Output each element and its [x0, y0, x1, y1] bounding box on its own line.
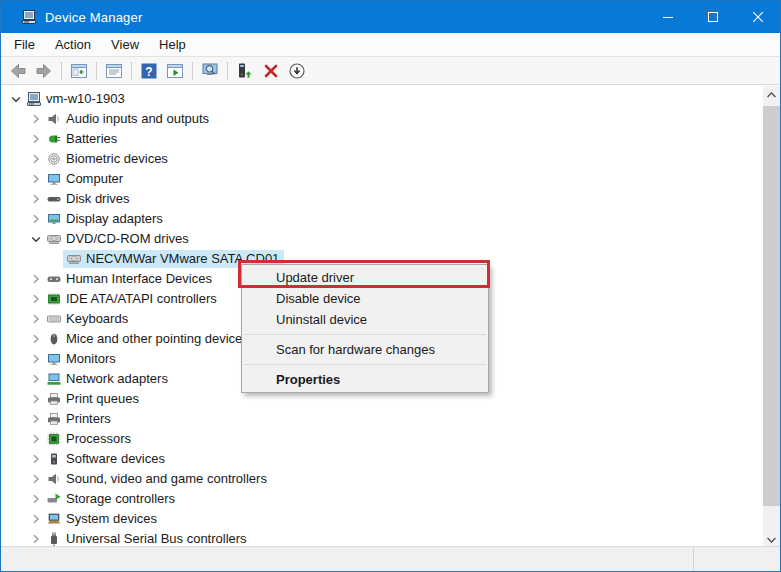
- tree-item-label: System devices: [65, 510, 160, 528]
- processor-icon: [45, 431, 62, 447]
- forward-button[interactable]: [32, 59, 56, 83]
- tree-item-label: Batteries: [65, 130, 120, 148]
- network-icon: [45, 371, 62, 387]
- chevron-right-icon[interactable]: [27, 271, 45, 287]
- chevron-right-icon[interactable]: [27, 331, 45, 347]
- mouse-icon: [45, 331, 62, 347]
- computer-icon: [25, 91, 42, 107]
- tree-item-label: Display adapters: [65, 210, 166, 228]
- storage-icon: [45, 491, 62, 507]
- status-pane-right: [694, 547, 780, 571]
- toolbar: ?: [1, 57, 780, 85]
- context-menu-item-uninstall-device[interactable]: Uninstall device: [242, 309, 488, 330]
- chevron-right-icon[interactable]: [27, 111, 45, 127]
- toolbar-separator: [192, 62, 193, 80]
- scan-hardware-changes-button[interactable]: [198, 59, 222, 83]
- chevron-right-icon[interactable]: [27, 391, 45, 407]
- chevron-down-icon[interactable]: [7, 91, 25, 107]
- menu-file[interactable]: File: [1, 33, 45, 56]
- software-icon: [45, 451, 62, 467]
- tree-item-label: Processors: [65, 430, 134, 448]
- context-menu-separator: [244, 364, 486, 365]
- cd-icon: [45, 231, 62, 247]
- uninstall-device-button[interactable]: [259, 59, 283, 83]
- minimize-button[interactable]: [645, 1, 690, 33]
- tree-item-storage-controllers[interactable]: Storage controllers: [1, 489, 763, 509]
- vertical-scrollbar[interactable]: [763, 86, 780, 548]
- toolbar-separator: [61, 62, 62, 80]
- tree-item-label: Storage controllers: [65, 490, 178, 508]
- tree-item-audio-inputs-and-outputs[interactable]: Audio inputs and outputs: [1, 109, 763, 129]
- update-driver-button[interactable]: [233, 59, 257, 83]
- fingerprint-icon: [45, 151, 62, 167]
- chevron-right-icon[interactable]: [27, 451, 45, 467]
- toolbar-separator: [96, 62, 97, 80]
- properties-button[interactable]: [102, 59, 126, 83]
- tree-item-processors[interactable]: Processors: [1, 429, 763, 449]
- tree-item-software-devices[interactable]: Software devices: [1, 449, 763, 469]
- usb-icon: [45, 531, 62, 547]
- toolbar-separator: [227, 62, 228, 80]
- action-pane-button[interactable]: [163, 59, 187, 83]
- tree-item-sound-video-and-game-controllers[interactable]: Sound, video and game controllers: [1, 469, 763, 489]
- tree-item-label: DVD/CD-ROM drives: [65, 230, 192, 248]
- chevron-down-icon[interactable]: [27, 231, 45, 247]
- chevron-right-icon[interactable]: [27, 151, 45, 167]
- chevron-right-icon[interactable]: [27, 351, 45, 367]
- chevron-right-icon[interactable]: [27, 311, 45, 327]
- toolbar-separator: [131, 62, 132, 80]
- disable-device-button[interactable]: [285, 59, 309, 83]
- chevron-right-icon[interactable]: [27, 491, 45, 507]
- keyboard-icon: [45, 311, 62, 327]
- context-menu-item-update-driver[interactable]: Update driver: [242, 267, 488, 288]
- context-menu-item-properties[interactable]: Properties: [242, 369, 488, 390]
- chevron-right-icon[interactable]: [27, 171, 45, 187]
- battery-icon: [45, 131, 62, 147]
- back-button[interactable]: [6, 59, 30, 83]
- window-controls: [645, 1, 780, 33]
- device-manager-icon: [21, 9, 37, 25]
- tree-item-printers[interactable]: Printers: [1, 409, 763, 429]
- tree-item-label: Audio inputs and outputs: [65, 110, 212, 128]
- context-menu-item-scan-for-hardware-changes[interactable]: Scan for hardware changes: [242, 339, 488, 360]
- tree-item-system-devices[interactable]: System devices: [1, 509, 763, 529]
- tree-item-computer[interactable]: Computer: [1, 169, 763, 189]
- tree-item-label: vm-w10-1903: [45, 90, 128, 108]
- status-bar: [1, 546, 780, 571]
- chevron-right-icon[interactable]: [27, 191, 45, 207]
- display-icon: [45, 211, 62, 227]
- menu-action[interactable]: Action: [45, 33, 101, 56]
- context-menu-separator: [244, 334, 486, 335]
- tree-item-label: Mice and other pointing devices: [65, 330, 252, 348]
- menu-bar: File Action View Help: [1, 33, 780, 57]
- scrollbar-thumb[interactable]: [763, 106, 780, 506]
- chevron-right-icon[interactable]: [27, 471, 45, 487]
- chevron-right-icon[interactable]: [27, 431, 45, 447]
- tree-item-display-adapters[interactable]: Display adapters: [1, 209, 763, 229]
- scroll-up-button[interactable]: [763, 86, 780, 103]
- tree-item-batteries[interactable]: Batteries: [1, 129, 763, 149]
- tree-item-label: Human Interface Devices: [65, 270, 215, 288]
- show-console-tree-button[interactable]: [67, 59, 91, 83]
- context-menu: Update driverDisable deviceUninstall dev…: [241, 264, 489, 393]
- disk-icon: [45, 191, 62, 207]
- tree-item-vm-w10-1903[interactable]: vm-w10-1903: [1, 89, 763, 109]
- maximize-button[interactable]: [690, 1, 735, 33]
- chevron-right-icon[interactable]: [27, 291, 45, 307]
- chevron-right-icon[interactable]: [27, 371, 45, 387]
- svg-text:?: ?: [145, 64, 152, 78]
- menu-view[interactable]: View: [101, 33, 149, 56]
- chevron-right-icon[interactable]: [27, 511, 45, 527]
- context-menu-item-disable-device[interactable]: Disable device: [242, 288, 488, 309]
- chevron-right-icon[interactable]: [27, 131, 45, 147]
- tree-item-disk-drives[interactable]: Disk drives: [1, 189, 763, 209]
- status-pane-left: [1, 547, 694, 571]
- chevron-right-icon[interactable]: [27, 531, 45, 547]
- help-button[interactable]: ?: [137, 59, 161, 83]
- menu-help[interactable]: Help: [149, 33, 196, 56]
- chevron-right-icon[interactable]: [27, 211, 45, 227]
- close-button[interactable]: [735, 1, 780, 33]
- tree-item-biometric-devices[interactable]: Biometric devices: [1, 149, 763, 169]
- chevron-right-icon[interactable]: [27, 411, 45, 427]
- tree-item-dvd-cd-rom-drives[interactable]: DVD/CD-ROM drives: [1, 229, 763, 249]
